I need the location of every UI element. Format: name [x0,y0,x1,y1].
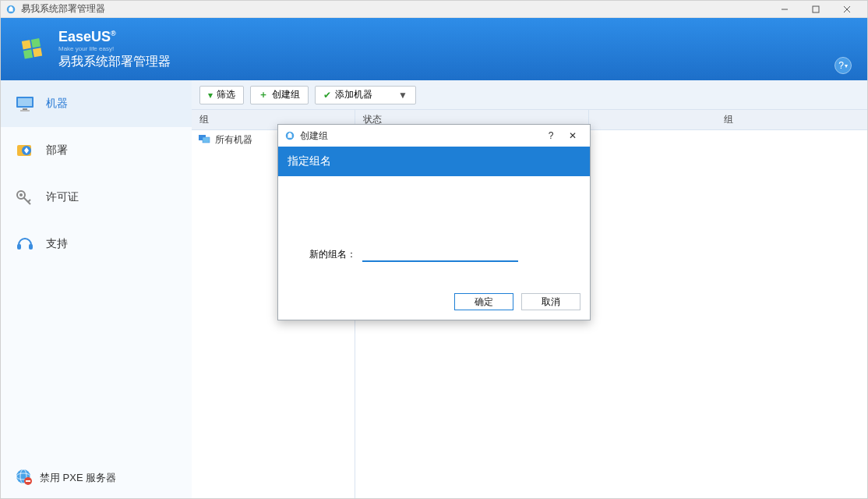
sidebar-item-support[interactable]: 支持 [1,221,192,267]
close-button[interactable] [831,2,863,17]
svg-rect-11 [23,108,27,110]
app-icon [5,4,16,15]
monitor-icon [15,95,35,112]
app-window: 易我系统部署管理器 EaseUS® Make your life easy! 易… [0,0,868,499]
sidebar-pxe-toggle[interactable]: 禁用 PXE 服务器 [1,457,192,498]
svg-line-18 [28,200,30,202]
dialog-help-button[interactable]: ? [540,130,562,141]
headset-icon [15,235,35,253]
svg-rect-2 [813,6,819,12]
column-header-group2: 组 [589,113,867,126]
help-button[interactable]: ?▾ [834,57,852,74]
svg-rect-7 [23,49,33,58]
brand-tagline: Make your life easy! [58,45,171,52]
button-label: 筛选 [217,88,235,101]
group-name-label: 新的组名： [309,248,356,261]
sidebar-item-label: 支持 [46,237,68,251]
key-icon [15,189,35,206]
group-name-input[interactable] [362,246,518,262]
button-label: 创建组 [272,88,300,101]
logo-block: EaseUS® Make your life easy! 易我系统部署管理器 [16,29,171,70]
deploy-icon [15,142,35,159]
plus-icon: ＋ [259,88,268,101]
sidebar-item-label: 机器 [46,97,68,111]
dialog-cancel-button[interactable]: 取消 [521,293,580,310]
dialog-icon [284,130,295,141]
button-label: 添加机器 [335,88,372,101]
column-header-group: 组 [192,113,217,126]
sidebar-pxe-label: 禁用 PXE 服务器 [40,471,116,485]
sidebar: 机器 部署 许可证 支持 禁用 PXE 服务器 [1,80,192,498]
svg-rect-19 [17,244,21,250]
toolbar: ▾ 筛选 ＋ 创建组 ✔ 添加机器 ▼ [192,80,867,110]
sidebar-item-label: 许可证 [46,190,79,204]
titlebar: 易我系统部署管理器 [1,1,867,18]
dialog-ok-button[interactable]: 确定 [454,293,513,310]
create-group-dialog: 创建组 ? ✕ 指定组名 新的组名： 确定 取消 [277,124,591,320]
brand-name: EaseUS® [58,29,171,45]
filter-button[interactable]: ▾ 筛选 [199,86,244,104]
globe-stop-icon [15,468,32,487]
dialog-band-text: 指定组名 [288,154,331,168]
tree-item-label: 所有机器 [215,133,252,147]
svg-rect-27 [203,137,210,143]
minimize-button[interactable] [769,2,800,17]
header-banner: EaseUS® Make your life easy! 易我系统部署管理器 ?… [1,18,867,80]
logo-icon [16,33,49,65]
monitors-icon [198,133,210,147]
sidebar-item-machines[interactable]: 机器 [1,80,192,127]
svg-rect-5 [22,40,31,49]
svg-rect-20 [29,244,33,250]
dialog-band: 指定组名 [278,147,590,176]
window-title: 易我系统部署管理器 [21,2,769,16]
sidebar-item-label: 部署 [46,143,68,157]
funnel-icon: ▾ [208,90,213,101]
sidebar-item-deploy[interactable]: 部署 [1,127,192,174]
sidebar-item-license[interactable]: 许可证 [1,174,192,221]
create-group-button[interactable]: ＋ 创建组 [250,86,309,104]
add-machine-dropdown[interactable]: ✔ 添加机器 ▼ [315,86,416,104]
maximize-button[interactable] [800,2,831,17]
svg-rect-25 [26,480,30,482]
dialog-title: 创建组 [300,129,540,143]
dialog-titlebar: 创建组 ? ✕ [278,125,590,147]
svg-rect-6 [31,38,41,48]
check-icon: ✔ [323,90,331,101]
chevron-down-icon: ▼ [398,90,408,101]
svg-point-16 [19,193,23,196]
svg-rect-12 [20,110,30,111]
svg-rect-8 [33,48,42,57]
brand-subtitle: 易我系统部署管理器 [58,54,171,70]
dialog-close-button[interactable]: ✕ [562,130,584,141]
svg-rect-10 [18,98,32,106]
